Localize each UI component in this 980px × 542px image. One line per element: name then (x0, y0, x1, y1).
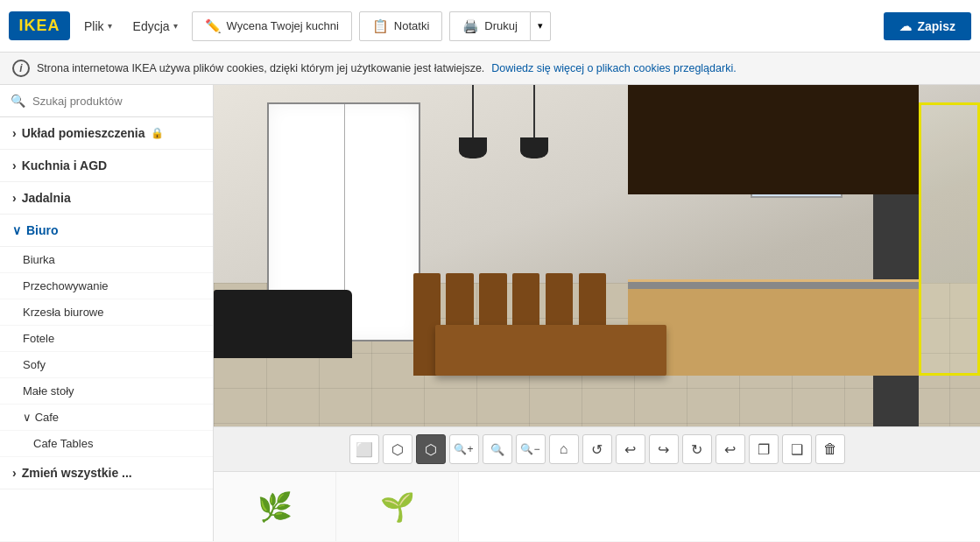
sidebar-item-kuchnia[interactable]: › Kuchnia i AGD (0, 150, 213, 182)
sidebar-item-biuro[interactable]: ∨ Biuro (0, 215, 213, 247)
sidebar-item-jadalnia[interactable]: › Jadalnia (0, 182, 213, 215)
plant-1-icon: 🌿 (257, 490, 293, 524)
przechowywanie-label: Przechowywanie (23, 279, 109, 292)
krzesla-label: Krzesła biurowe (23, 306, 104, 319)
notatki-button[interactable]: 📋 Notatki (359, 11, 442, 41)
lamp-shade-1 (459, 137, 487, 158)
sidebar-item-fotele[interactable]: Fotele (0, 326, 213, 352)
cafe-label: Cafe (35, 411, 59, 424)
pencil-icon: ✏️ (205, 18, 222, 34)
lamp-wire-1 (472, 85, 474, 137)
header: IKEA Plik ▾ Edycja ▾ ✏️ Wycena Twojej ku… (0, 0, 980, 53)
thumbnail-1[interactable]: 🌿 (214, 472, 336, 541)
scene-background (214, 85, 980, 426)
sidebar-item-zmien[interactable]: › Zmień wszystkie ... (0, 457, 213, 489)
dining-table-group (413, 256, 689, 376)
kitchen-cabinet-top (628, 85, 920, 194)
male-stoly-label: Małe stoły (23, 384, 74, 398)
print-icon: 🖨️ (462, 18, 479, 34)
right-door (919, 102, 980, 376)
menu-plik-label: Plik (84, 19, 104, 33)
zapisz-button[interactable]: ☁ Zapisz (884, 12, 971, 40)
ikea-logo: IKEA (9, 11, 70, 40)
zapisz-label: Zapisz (917, 19, 955, 33)
lock-icon: 🔒 (151, 127, 164, 139)
content-area: ⬜ ⬡ ⬡ 🔍+ 🔍 🔍− ⌂ ↺ ↩ ↪ ↻ ↩ ❐ ❑ 🗑 🌿 🌱 (214, 85, 980, 541)
sidebar-item-cafe[interactable]: ∨ Cafe (0, 405, 213, 431)
menu-plik[interactable]: Plik ▾ (77, 14, 119, 39)
cookie-text: Strona internetowa IKEA używa plików coo… (37, 62, 484, 74)
tool-zoom-out-button[interactable]: 🔍− (516, 434, 546, 464)
drukuj-button[interactable]: 🖨️ Drukuj (449, 11, 530, 41)
jadalnia-label: Jadalnia (22, 191, 71, 205)
chevron-right-icon: › (12, 466, 17, 480)
tool-3d-button[interactable]: ⬡ (416, 434, 446, 464)
tool-rect-button[interactable]: ⬜ (349, 434, 379, 464)
notes-icon: 📋 (372, 18, 389, 34)
sofy-label: Sofy (23, 358, 46, 371)
tool-zoom-in-button[interactable]: 🔍 (483, 434, 512, 464)
biuro-label: Biuro (26, 223, 59, 237)
menu-edycja[interactable]: Edycja ▾ (126, 14, 185, 39)
chevron-down-icon: ∨ (23, 411, 32, 424)
search-box: 🔍 (0, 85, 213, 117)
sofa (214, 290, 352, 358)
chevron-right-icon: › (12, 158, 17, 172)
nav-list: › Układ pomieszczenia 🔒 › Kuchnia i AGD … (0, 117, 213, 541)
chevron-right-icon: › (12, 126, 17, 140)
cafe-tables-label: Cafe Tables (33, 437, 93, 450)
thumbnail-2[interactable]: 🌱 (336, 472, 459, 541)
tool-copy-button[interactable]: ❐ (749, 434, 779, 464)
toolbar: ⬜ ⬡ ⬡ 🔍+ 🔍 🔍− ⌂ ↺ ↩ ↪ ↻ ↩ ❐ ❑ 🗑 (214, 426, 980, 471)
tool-undo-button[interactable]: ↩ (616, 434, 645, 464)
wycena-label: Wycena Twojej kuchni (227, 19, 339, 32)
sidebar-item-cafe-tables[interactable]: Cafe Tables (0, 431, 213, 457)
pendant-lamp-1 (459, 85, 487, 158)
plant-2-icon: 🌱 (380, 490, 415, 524)
cloud-icon: ☁ (899, 19, 912, 33)
3d-viewport[interactable] (214, 85, 980, 426)
main-layout: 🔍 › Układ pomieszczenia 🔒 › Kuchnia i AG… (0, 85, 980, 541)
search-input[interactable] (32, 95, 202, 108)
tool-fit-button[interactable]: ⌂ (549, 434, 579, 464)
chevron-down-icon: ▾ (108, 21, 112, 31)
tool-rotate-cw-button[interactable]: ↻ (682, 434, 712, 464)
sidebar: 🔍 › Układ pomieszczenia 🔒 › Kuchnia i AG… (0, 85, 214, 541)
info-icon: i (12, 60, 30, 77)
chevron-right-icon: › (12, 191, 17, 205)
sidebar-item-biurka[interactable]: Biurka (0, 247, 213, 273)
wycena-button[interactable]: ✏️ Wycena Twojej kuchni (192, 11, 352, 41)
tool-iso-button[interactable]: ⬡ (383, 434, 412, 464)
tool-multi-button[interactable]: ❑ (782, 434, 812, 464)
cookie-link[interactable]: Dowiedz się więcej o plikach cookies prz… (491, 62, 736, 74)
sidebar-item-male-stoly[interactable]: Małe stoły (0, 378, 213, 405)
tool-zoom-area-button[interactable]: 🔍+ (449, 434, 479, 464)
menu-edycja-label: Edycja (133, 19, 170, 33)
drukuj-wrapper: 🖨️ Drukuj ▾ (449, 11, 551, 41)
tool-curve-button[interactable]: ↩ (716, 434, 745, 464)
tool-redo-button[interactable]: ↪ (649, 434, 679, 464)
chevron-down-icon: ▾ (173, 21, 178, 31)
lamp-wire-2 (533, 85, 535, 137)
drukuj-arrow-button[interactable]: ▾ (530, 11, 551, 41)
pendant-lamp-2 (520, 85, 548, 158)
notatki-label: Notatki (394, 19, 429, 32)
fotele-label: Fotele (23, 332, 54, 345)
kuchnia-label: Kuchnia i AGD (22, 158, 108, 172)
zmien-label: Zmień wszystkie ... (22, 466, 132, 480)
biurka-label: Biurka (23, 253, 55, 266)
dining-table-top (435, 325, 667, 375)
tool-delete-button[interactable]: 🗑 (815, 434, 845, 464)
sidebar-item-uklad[interactable]: › Układ pomieszczenia 🔒 (0, 117, 213, 150)
cookie-bar: i Strona internetowa IKEA używa plików c… (0, 53, 980, 85)
sidebar-item-krzesla[interactable]: Krzesła biurowe (0, 299, 213, 326)
sidebar-item-sofy[interactable]: Sofy (0, 352, 213, 378)
thumbnail-strip: 🌿 🌱 (214, 471, 980, 541)
drukuj-label: Drukuj (484, 19, 518, 32)
tool-rotate-ccw-button[interactable]: ↺ (582, 434, 612, 464)
sidebar-item-przechowywanie[interactable]: Przechowywanie (0, 273, 213, 299)
lamp-shade-2 (520, 137, 548, 158)
uklad-label: Układ pomieszczenia (22, 126, 145, 140)
chevron-down-icon: ∨ (12, 223, 21, 237)
search-icon: 🔍 (11, 94, 25, 108)
